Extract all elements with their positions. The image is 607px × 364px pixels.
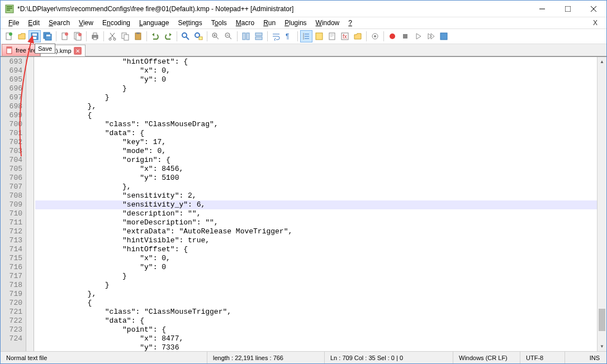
folder-icon[interactable] [352, 30, 364, 42]
editor: 6936946956966976986997007017027037047057… [1, 56, 606, 351]
menu-view[interactable]: View [74, 18, 98, 28]
titlebar: *D:\LDPlayer\vms\recommendConfigs\free f… [1, 1, 606, 17]
vertical-scrollbar[interactable]: ▲ ▼ [597, 57, 606, 351]
svg-point-58 [374, 35, 376, 37]
menu-file[interactable]: File [4, 18, 23, 28]
record-icon[interactable] [386, 30, 399, 42]
play-icon[interactable] [412, 30, 424, 42]
replace-icon[interactable] [192, 30, 205, 42]
menu-encoding[interactable]: Encoding [98, 18, 135, 28]
wordwrap-icon[interactable] [270, 30, 282, 42]
svg-rect-54 [330, 36, 333, 37]
print-icon[interactable] [89, 30, 101, 42]
svg-rect-3 [7, 9, 10, 11]
allchars-icon[interactable]: ¶ [283, 30, 295, 42]
status-position: Ln : 709 Col : 35 Sel : 0 | 0 [325, 352, 453, 363]
svg-text:fx: fx [343, 33, 347, 40]
svg-point-59 [390, 33, 395, 39]
svg-rect-53 [330, 35, 334, 36]
status-mode[interactable]: INS [565, 355, 606, 361]
cut-icon[interactable] [106, 30, 118, 42]
copy-icon[interactable] [119, 30, 131, 42]
menu-help[interactable]: ? [344, 18, 357, 28]
status-length: length : 22,191 lines : 766 [207, 352, 325, 363]
svg-line-31 [186, 37, 189, 40]
paste-icon[interactable] [132, 30, 144, 42]
svg-line-37 [216, 37, 219, 39]
menu-plugins[interactable]: Plugins [280, 18, 311, 28]
status-encoding[interactable]: UTF-8 [520, 352, 565, 363]
docmap-icon[interactable] [326, 30, 338, 42]
svg-rect-29 [136, 32, 140, 34]
tabbar: free fire fault).kmp ✕ [1, 44, 606, 56]
menu-window[interactable]: Window [311, 18, 344, 28]
status-eol[interactable]: Windows (CR LF) [453, 352, 520, 363]
line-gutter: 6936946956966976986997007017027037047057… [1, 57, 26, 351]
open-icon[interactable] [16, 30, 28, 42]
svg-rect-22 [93, 33, 97, 35]
menu-edit[interactable]: Edit [23, 18, 44, 28]
svg-point-9 [9, 32, 12, 36]
close-file-icon[interactable] [59, 30, 71, 42]
zoom-out-icon[interactable] [222, 30, 235, 42]
svg-text:¶: ¶ [286, 32, 289, 40]
svg-rect-2 [7, 8, 12, 9]
new-icon[interactable] [3, 30, 15, 42]
close-button[interactable] [581, 1, 606, 17]
fold-gutter [26, 57, 34, 351]
udl-icon[interactable] [313, 30, 325, 42]
sync-h-icon[interactable] [253, 30, 265, 42]
svg-rect-41 [243, 33, 245, 40]
menu-language[interactable]: Language [135, 18, 173, 28]
scroll-thumb[interactable] [599, 309, 605, 331]
tooltip: Save [35, 44, 55, 54]
menu-tools[interactable]: Tools [207, 18, 231, 28]
svg-point-17 [65, 32, 68, 36]
save-macro-icon[interactable] [438, 30, 450, 42]
tab-close-icon[interactable]: ✕ [74, 47, 82, 55]
redo-icon[interactable] [162, 30, 174, 42]
svg-rect-43 [255, 33, 262, 36]
svg-rect-63 [7, 47, 12, 49]
svg-rect-42 [246, 33, 249, 40]
menu-search[interactable]: Search [44, 18, 74, 28]
menu-x[interactable]: X [587, 19, 603, 27]
save-all-icon[interactable] [41, 30, 54, 42]
svg-rect-44 [255, 37, 262, 40]
svg-rect-27 [124, 35, 129, 40]
funclist-icon[interactable]: fx [339, 30, 351, 42]
find-icon[interactable] [179, 30, 192, 42]
statusbar: Normal text file length : 22,191 lines :… [1, 351, 606, 363]
tab-label: free fire [16, 47, 36, 54]
undo-icon[interactable] [149, 30, 162, 42]
zoom-in-icon[interactable] [210, 30, 222, 42]
stop-icon[interactable] [399, 30, 411, 42]
scroll-up-icon[interactable]: ▲ [597, 57, 606, 66]
svg-point-30 [182, 33, 187, 37]
menu-run[interactable]: Run [259, 18, 280, 28]
maximize-button[interactable] [555, 1, 581, 17]
tab-file-icon [6, 46, 13, 54]
svg-rect-12 [33, 37, 36, 39]
toolbar: ¶ fx [1, 28, 606, 44]
playmulti-icon[interactable] [425, 30, 437, 42]
svg-rect-23 [93, 37, 97, 40]
svg-rect-33 [199, 37, 202, 40]
scroll-down-icon[interactable]: ▼ [597, 342, 606, 351]
indent-guide-icon[interactable] [300, 30, 312, 42]
status-filetype: Normal text file [1, 352, 207, 363]
menu-settings[interactable]: Settings [173, 18, 206, 28]
close-all-icon[interactable] [72, 30, 84, 42]
sync-v-icon[interactable] [240, 30, 252, 42]
save-icon[interactable] [29, 30, 41, 42]
minimize-button[interactable] [529, 1, 555, 17]
svg-rect-5 [565, 6, 571, 12]
svg-rect-61 [440, 33, 447, 40]
svg-rect-52 [330, 34, 334, 35]
svg-rect-50 [316, 33, 323, 40]
svg-rect-15 [46, 35, 50, 36]
code-area[interactable]: "hintOffset": { "x": 0, "y": 0 } } }, { … [34, 57, 597, 351]
monitor-icon[interactable] [369, 30, 381, 42]
svg-line-40 [229, 37, 231, 39]
menu-macro[interactable]: Macro [231, 18, 259, 28]
